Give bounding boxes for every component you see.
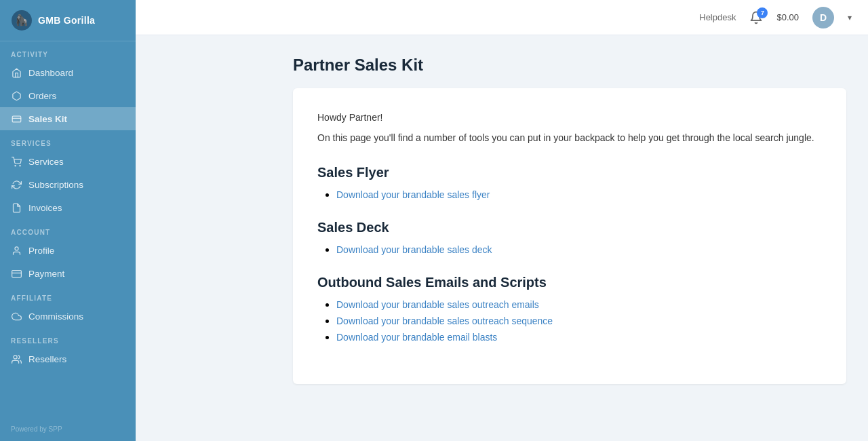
sidebar-item-label: Commissions: [28, 311, 83, 322]
download-outreach-emails-link[interactable]: Download your brandable sales outreach e…: [336, 299, 539, 310]
sidebar-item-profile[interactable]: Profile: [0, 239, 136, 262]
account-balance[interactable]: $0.00: [776, 12, 799, 22]
sales-flyer-list: Download your brandable sales flyer: [317, 189, 822, 201]
svg-point-4: [15, 165, 16, 166]
list-item: Download your brandable sales deck: [336, 244, 822, 256]
id-card-icon: [11, 113, 22, 124]
section-heading-sales-flyer: Sales Flyer: [317, 165, 822, 180]
avatar[interactable]: D: [812, 7, 834, 28]
list-item: Download your brandable sales outreach e…: [336, 299, 822, 311]
helpdesk-link[interactable]: Helpdesk: [699, 12, 736, 22]
sidebar-item-label: Profile: [28, 246, 54, 256]
intro-greeting: Howdy Partner!: [317, 110, 822, 125]
sidebar-item-label: Services: [28, 157, 64, 167]
sidebar-item-services[interactable]: Services: [0, 150, 136, 173]
list-item: Download your brandable sales outreach s…: [336, 315, 822, 327]
intro-desc: On this page you'll find a number of too…: [317, 130, 822, 145]
topbar: Helpdesk 7 $0.00 D ▾: [136, 0, 868, 35]
users-icon: [11, 353, 22, 364]
download-sales-deck-link[interactable]: Download your brandable sales deck: [336, 244, 492, 255]
sidebar-item-invoices[interactable]: Invoices: [0, 196, 136, 219]
download-email-blasts-link[interactable]: Download your brandable email blasts: [336, 332, 497, 343]
credit-card-icon: [11, 268, 22, 279]
sidebar-item-dashboard[interactable]: Dashboard: [0, 61, 136, 84]
refresh-icon: [11, 179, 22, 190]
content-card: Howdy Partner! On this page you'll find …: [293, 88, 846, 384]
sidebar-item-orders[interactable]: Orders: [0, 84, 136, 107]
sidebar-item-commissions[interactable]: Commissions: [0, 305, 136, 328]
download-outreach-sequence-link[interactable]: Download your brandable sales outreach s…: [336, 315, 553, 326]
sidebar-item-payment[interactable]: Payment: [0, 262, 136, 285]
notification-bell[interactable]: 7: [749, 11, 763, 24]
section-label-affiliate: AFFILIATE: [0, 285, 136, 305]
svg-text:🦍: 🦍: [15, 14, 28, 26]
home-icon: [11, 67, 22, 78]
cart-icon: [11, 156, 22, 167]
powered-by: Powered by SPP: [0, 417, 136, 441]
section-label-activity: ACTIVITY: [0, 41, 136, 61]
sidebar-item-sales-kit[interactable]: Sales Kit: [0, 107, 136, 130]
cloud-icon: [11, 311, 22, 322]
section-label-resellers: RESELLERS: [0, 328, 136, 347]
user-icon: [11, 245, 22, 256]
section-label-services: SERVICES: [0, 130, 136, 150]
sidebar-item-label: Orders: [28, 91, 56, 101]
sales-deck-list: Download your brandable sales deck: [317, 244, 822, 256]
svg-point-5: [19, 165, 20, 166]
sidebar: 🦍 GMB Gorilla ACTIVITY Dashboard Orders …: [0, 0, 136, 441]
chevron-down-icon[interactable]: ▾: [848, 13, 852, 22]
section-label-account: ACCOUNT: [0, 219, 136, 239]
logo-icon: 🦍: [11, 9, 33, 31]
outbound-sales-list: Download your brandable sales outreach e…: [317, 299, 822, 343]
list-item: Download your brandable sales flyer: [336, 189, 822, 201]
brand-name: GMB Gorilla: [38, 15, 95, 26]
sidebar-item-label: Payment: [28, 269, 64, 279]
page-title: Partner Sales Kit: [293, 56, 846, 75]
svg-rect-7: [12, 270, 21, 277]
section-heading-sales-deck: Sales Deck: [317, 220, 822, 235]
section-heading-outbound-sales: Outbound Sales Emails and Scripts: [317, 275, 822, 290]
svg-point-6: [15, 246, 18, 250]
notification-badge: 7: [757, 7, 768, 18]
sidebar-item-subscriptions[interactable]: Subscriptions: [0, 173, 136, 196]
svg-rect-2: [12, 116, 21, 122]
sidebar-item-label: Invoices: [28, 203, 62, 213]
sidebar-item-label: Dashboard: [28, 68, 73, 78]
sidebar-item-label: Sales Kit: [28, 114, 67, 124]
file-icon: [11, 202, 22, 213]
list-item: Download your brandable email blasts: [336, 331, 822, 343]
box-icon: [11, 90, 22, 101]
sidebar-item-resellers[interactable]: Resellers: [0, 347, 136, 370]
sidebar-item-label: Subscriptions: [28, 180, 83, 190]
main-content: Partner Sales Kit Howdy Partner! On this…: [271, 35, 868, 441]
sidebar-item-label: Resellers: [28, 354, 66, 364]
download-sales-flyer-link[interactable]: Download your brandable sales flyer: [336, 189, 490, 200]
logo[interactable]: 🦍 GMB Gorilla: [0, 0, 136, 41]
svg-point-9: [14, 355, 17, 358]
